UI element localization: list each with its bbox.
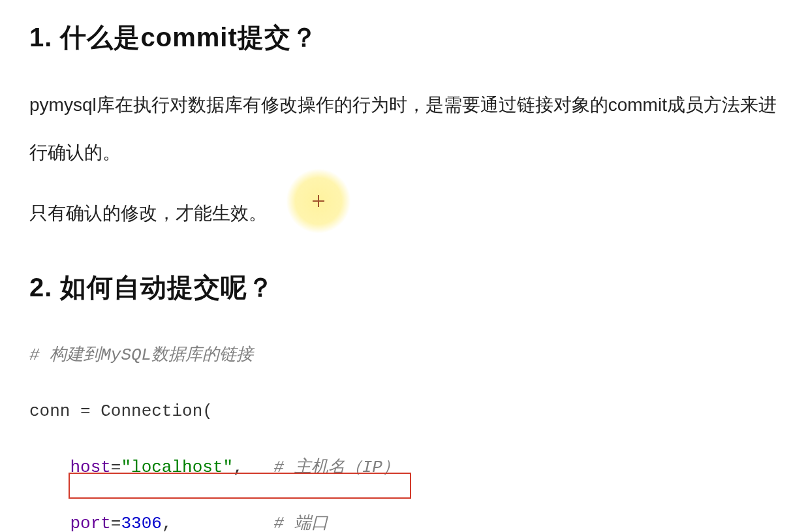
section-1-heading: 1. 什么是commit提交？: [29, 20, 777, 55]
code-line-conn: conn = Connection(: [29, 398, 777, 426]
code-param-port: port: [70, 514, 110, 532]
section-1-paragraph-2: 只有确认的修改，才能生效。: [29, 190, 777, 238]
code-block: # 构建到MySQL数据库的链接 conn = Connection( host…: [29, 313, 777, 532]
document-page: 1. 什么是commit提交？ pymysql库在执行对数据库有修改操作的行为时…: [0, 0, 806, 532]
code-comment-host: # 主机名（IP）: [274, 458, 399, 477]
section-2-heading: 2. 如何自动提交呢？: [29, 270, 777, 305]
code-line-comment-top: # 构建到MySQL数据库的链接: [29, 341, 777, 369]
code-line-host: host="localhost", # 主机名（IP）: [29, 454, 777, 482]
code-line-port: port=3306, # 端口: [29, 510, 777, 532]
code-param-host: host: [70, 458, 110, 477]
code-comment-port: # 端口: [274, 514, 328, 532]
code-val-host: "localhost": [121, 458, 233, 477]
code-conn-open: conn = Connection(: [29, 401, 213, 421]
code-comment-top: # 构建到MySQL数据库的链接: [29, 345, 253, 365]
section-1-paragraph-1: pymysql库在执行对数据库有修改操作的行为时，是需要通过链接对象的commi…: [29, 82, 777, 177]
code-val-port: 3306: [121, 514, 161, 532]
